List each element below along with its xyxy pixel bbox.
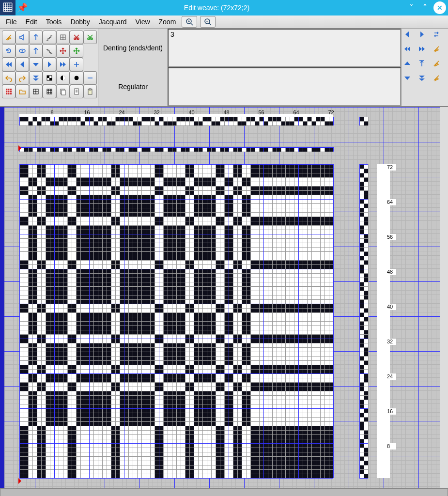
left-toolbar [0,29,98,106]
zoom-in-button[interactable] [182,16,197,28]
broom-icon[interactable] [433,45,446,59]
tri-down-icon[interactable] [403,74,417,88]
fwd-icon[interactable] [418,45,432,59]
scissors-red-icon[interactable] [70,31,83,44]
sound-icon[interactable] [15,31,29,44]
copy-icon[interactable] [56,85,70,98]
app-icon [0,0,15,16]
move-red-icon[interactable] [56,44,70,58]
regulator-label: Regulator [98,67,168,106]
zoom-out-button[interactable] [200,16,216,28]
window-icon[interactable] [56,31,70,44]
tri-left-icon[interactable] [403,31,417,44]
maximize-button[interactable]: ˄ [418,2,432,13]
svg-rect-28 [75,89,78,94]
broom-icon[interactable] [2,31,15,44]
crosshair-icon[interactable] [29,85,43,98]
svg-rect-25 [47,89,52,94]
plus-icon[interactable] [70,58,83,71]
tri-right-icon[interactable] [418,31,432,44]
stairs-ne-icon[interactable] [43,44,56,58]
svg-rect-27 [62,90,65,95]
menu-view[interactable]: View [132,17,153,27]
grid-bw-icon[interactable] [43,71,56,85]
left-icon[interactable] [15,58,29,71]
broom3-icon[interactable] [433,74,446,88]
workspace: Denting (ends/dent) 3 Regulator [0,29,448,496]
menu-tools[interactable]: Tools [43,17,65,27]
svg-point-20 [74,76,79,80]
grid-small-icon[interactable] [43,85,56,98]
svg-rect-21 [6,89,12,94]
scissors-green-icon[interactable] [83,31,97,44]
titlebar: 📌 Edit weave: (72x72;2) ˅ ˄ ✕ [0,0,448,16]
svg-rect-18 [49,78,52,80]
redo-icon[interactable] [15,71,29,85]
invert-icon[interactable] [70,71,83,85]
svg-point-15 [22,50,23,52]
vertical-scrollbar[interactable] [440,107,448,488]
weave-editor[interactable] [0,107,448,488]
up-line-icon[interactable] [418,60,432,73]
contrast-icon[interactable] [56,71,70,85]
rew-icon[interactable] [403,45,417,59]
menu-zoom[interactable]: Zoom [156,17,179,27]
tree-up2-icon[interactable] [29,44,43,58]
svg-rect-30 [89,89,91,90]
denting-input[interactable]: 3 [168,29,401,67]
regulator-input[interactable] [168,67,401,106]
svg-rect-17 [47,76,49,78]
move-green-icon[interactable] [70,44,83,58]
minus-icon[interactable] [83,71,97,85]
svg-line-1 [191,23,193,25]
menu-edit[interactable]: Edit [23,17,40,27]
denting-label: Denting (ends/dent) [98,29,168,67]
menu-file[interactable]: File [3,17,20,27]
close-button[interactable]: ✕ [433,1,446,14]
stairs-nw-icon[interactable] [43,31,56,44]
menu-dobby[interactable]: Dobby [67,17,93,27]
eye-icon[interactable] [15,44,29,58]
rew-icon[interactable] [2,58,15,71]
menu-jacquard[interactable]: Jacquard [96,17,130,27]
clipboard-icon[interactable] [83,85,97,98]
doc-icon[interactable] [70,85,83,98]
tree-up-icon[interactable] [29,31,43,44]
window-title: Edit weave: (72x72;2) [29,4,404,12]
right-icon[interactable] [43,58,56,71]
swap-icon[interactable] [433,31,446,44]
horizontal-scrollbar[interactable] [0,488,448,496]
svg-line-5 [209,23,211,25]
pattern-icon[interactable] [2,85,15,98]
top-strip: Denting (ends/dent) 3 Regulator [0,29,448,107]
down-icon[interactable] [29,58,43,71]
undo-icon[interactable] [2,71,15,85]
parameter-panel: Denting (ends/dent) 3 Regulator [98,29,401,106]
right-toolbar [401,29,448,106]
broom2-icon[interactable] [433,60,446,73]
down2-icon[interactable] [418,74,432,88]
refresh-icon[interactable] [2,44,15,58]
tri-up-icon[interactable] [403,60,417,73]
menubar: File Edit Tools Dobby Jacquard View Zoom [0,16,448,29]
pin-icon[interactable]: 📌 [15,2,29,13]
folder-icon[interactable] [15,85,29,98]
minimize-button[interactable]: ˅ [404,2,418,13]
down2-icon[interactable] [29,71,43,85]
fwd-icon[interactable] [56,58,70,71]
